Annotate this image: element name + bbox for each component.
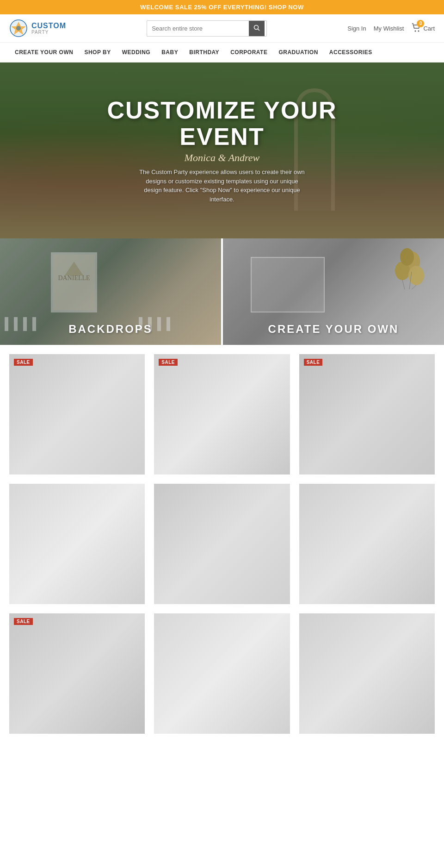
product-card-8[interactable] bbox=[154, 613, 290, 734]
search-button[interactable] bbox=[249, 21, 265, 36]
logo-text: CUSTOM PARTY bbox=[31, 22, 66, 35]
cart-label: Cart bbox=[423, 25, 435, 32]
sign-in-link[interactable]: Sign In bbox=[347, 25, 366, 32]
product-image-5 bbox=[154, 484, 290, 604]
sale-badge-2: SALE bbox=[159, 359, 178, 366]
nav-birthday[interactable]: BIRTHDAY bbox=[184, 43, 225, 62]
hero-script: Monica & Andrew bbox=[185, 152, 260, 164]
search-area bbox=[147, 20, 267, 37]
tile-create-label: CREATE YOUR OWN bbox=[223, 313, 444, 345]
product-card-7[interactable]: SALE bbox=[9, 613, 145, 734]
hero-title: CUSTOMIZE YOUR EVENT bbox=[107, 97, 337, 150]
nav-wedding[interactable]: WEDDING bbox=[117, 43, 156, 62]
product-image-4 bbox=[9, 484, 145, 604]
sale-badge-3: SALE bbox=[304, 359, 323, 366]
cart-area[interactable]: 0 Cart bbox=[411, 23, 435, 34]
cart-icon-wrap: 0 bbox=[411, 23, 421, 34]
product-card-5[interactable] bbox=[154, 484, 290, 604]
sale-badge-1: SALE bbox=[14, 359, 33, 366]
nav-shop-by[interactable]: SHOP BY bbox=[79, 43, 116, 62]
nav-baby[interactable]: BABY bbox=[156, 43, 184, 62]
search-icon bbox=[253, 25, 260, 31]
product-image-3: SALE bbox=[299, 354, 435, 475]
cart-badge: 0 bbox=[417, 20, 424, 27]
tile-backdrops-label: BACKDROPS bbox=[0, 313, 221, 345]
welcome-bar[interactable]: WELCOME SALE 25% OFF EVERYTHING! SHOP NO… bbox=[0, 0, 444, 14]
logo[interactable]: CUSTOM PARTY bbox=[9, 19, 66, 37]
sale-badge-7: SALE bbox=[14, 618, 33, 625]
hero-banner: CUSTOMIZE YOUR EVENT Monica & Andrew The… bbox=[0, 62, 444, 238]
nav-corporate[interactable]: CORPORATE bbox=[225, 43, 273, 62]
svg-point-6 bbox=[418, 30, 419, 31]
hero-description: The Custom Party experience allows users… bbox=[139, 168, 305, 204]
wishlist-link[interactable]: My Wishlist bbox=[374, 25, 404, 32]
header-actions: Sign In My Wishlist 0 Cart bbox=[347, 23, 435, 34]
svg-line-4 bbox=[258, 29, 260, 31]
products-grid-top: SALE SALE SALE bbox=[9, 354, 435, 604]
product-image-9 bbox=[299, 613, 435, 734]
product-image-1: SALE bbox=[9, 354, 145, 475]
product-card-1[interactable]: SALE bbox=[9, 354, 145, 475]
product-card-4[interactable] bbox=[9, 484, 145, 604]
svg-point-2 bbox=[16, 26, 21, 31]
product-image-2: SALE bbox=[154, 354, 290, 475]
welcome-bar-text: WELCOME SALE 25% OFF EVERYTHING! SHOP NO… bbox=[140, 4, 303, 11]
products-grid-bottom: SALE bbox=[9, 613, 435, 734]
nav-create-your-own[interactable]: CREATE YOUR OWN bbox=[9, 43, 79, 62]
main-nav: CREATE YOUR OWN SHOP BY WEDDING BABY BIR… bbox=[0, 43, 444, 62]
product-card-3[interactable]: SALE bbox=[299, 354, 435, 475]
category-tiles: DANIELLE BACKDROPS bbox=[0, 238, 444, 345]
svg-point-3 bbox=[254, 25, 259, 29]
brand-sub: PARTY bbox=[31, 30, 66, 35]
product-image-7: SALE bbox=[9, 613, 145, 734]
product-card-9[interactable] bbox=[299, 613, 435, 734]
product-card-6[interactable] bbox=[299, 484, 435, 604]
header: CUSTOM PARTY Sign In My Wishlist 0 C bbox=[0, 14, 444, 43]
tile-create-your-own[interactable]: CREATE YOUR OWN bbox=[223, 238, 444, 345]
hero-content: CUSTOMIZE YOUR EVENT Monica & Andrew The… bbox=[0, 62, 444, 238]
nav-accessories[interactable]: ACCESSORIES bbox=[324, 43, 378, 62]
products-section: SALE SALE SALE bbox=[0, 345, 444, 743]
nav-graduation[interactable]: GRADUATION bbox=[273, 43, 323, 62]
brand-name: CUSTOM bbox=[31, 22, 66, 30]
product-image-6 bbox=[299, 484, 435, 604]
tile-backdrops[interactable]: DANIELLE BACKDROPS bbox=[0, 238, 223, 345]
logo-icon bbox=[9, 19, 28, 37]
product-card-2[interactable]: SALE bbox=[154, 354, 290, 475]
product-image-8 bbox=[154, 613, 290, 734]
svg-point-5 bbox=[415, 30, 416, 31]
search-input[interactable] bbox=[147, 21, 249, 36]
